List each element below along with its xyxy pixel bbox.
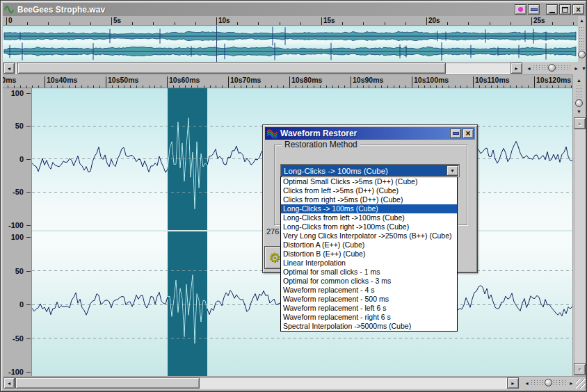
hzoom-thumb[interactable] [548, 64, 556, 72]
dialog-minimize-icon [453, 132, 459, 135]
ruler-minor-tick [385, 22, 385, 25]
dropdown-item[interactable]: Long-Clicks from left ->100ms (Cube) [281, 213, 457, 222]
amplitude-label: 50 [3, 122, 24, 130]
hscroll-left-button[interactable]: ◄ [3, 63, 15, 74]
overview-scroll-row: ◄ ► ◄ ► ▼ [3, 62, 586, 74]
amplitude-tick [26, 338, 31, 339]
dropdown-item[interactable]: Very Long Clicks Interpolator ->250ms (B… [281, 231, 457, 240]
overview-waveform-svg [3, 26, 578, 62]
dropdown-item[interactable]: Distortion B (E++) (Cube) [281, 250, 457, 259]
vscroll-track[interactable] [574, 129, 586, 364]
ruler-minor-tick [342, 22, 343, 25]
vscroll-up-button[interactable]: ▲ [574, 117, 586, 129]
amplitude-label: 100 [3, 89, 24, 97]
dropdown-item[interactable]: Spectral Interpolation ->5000ms (Cube) [281, 322, 457, 331]
amplitude-tick [26, 93, 31, 94]
dropdown-item[interactable]: Optimal for small clicks - 1 ms [281, 268, 457, 277]
combobox-dropdown-arrow[interactable]: ▼ [447, 165, 458, 176]
ruler-label: 0 [8, 17, 13, 24]
restoration-method-dropdown-list[interactable]: Optimal Small Clicks ->5ms (D++) (Cube)C… [280, 177, 458, 332]
bscroll-thumb[interactable] [15, 377, 200, 389]
main-vzoom-up-icon[interactable]: ▲ [577, 77, 581, 83]
main-vzoom-down-icon[interactable]: ▼ [577, 108, 581, 115]
amplitude-tick [26, 271, 31, 272]
ruler-minor-tick [195, 22, 196, 25]
bzoom-left-icon[interactable]: ◄ [524, 380, 529, 386]
right-arrow-icon: ► [514, 65, 519, 72]
main-vzoom-thumb[interactable] [575, 99, 583, 107]
window-titlebar[interactable]: BeeGees Strophe.wav × [3, 3, 586, 16]
main-time-ruler[interactable]: 10s30ms10s40ms10s50ms10s60ms10s70ms10s80… [3, 74, 586, 88]
amplitude-tick [26, 192, 31, 193]
hzoom-right-icon[interactable]: ► [574, 65, 579, 72]
left-arrow-icon: ◄ [7, 65, 12, 72]
ruler-major-tick [167, 76, 168, 88]
ruler-minor-tick [132, 22, 133, 25]
dropdown-item[interactable]: Long-Clicks from right ->100ms (Cube) [281, 222, 457, 231]
bzoom-thumb[interactable] [545, 379, 552, 386]
record-marker-button[interactable] [515, 4, 526, 15]
main-vzoom-track[interactable] [577, 85, 581, 100]
dialog-minimize-button[interactable] [450, 129, 461, 138]
ruler-label: 10s110ms [475, 76, 510, 84]
minimize-button[interactable] [546, 4, 558, 15]
restoration-method-combobox[interactable]: Long-Clicks -> 100ms (Cube) ▼ [280, 164, 460, 177]
dialog-close-button[interactable]: × [463, 129, 474, 138]
vzoom-up-icon[interactable]: ▲ [579, 17, 584, 24]
dropdown-item[interactable]: Waveform replacement - 4 s [281, 286, 457, 295]
ruler-minor-tick [468, 22, 469, 25]
dropdown-item[interactable]: Clicks from right ->5ms (D++) (Cube) [281, 195, 457, 204]
pause-dash-button[interactable] [528, 4, 540, 15]
bscroll-right-button[interactable]: ► [507, 377, 519, 389]
ruler-label: 10s100ms [414, 76, 449, 84]
dropdown-item[interactable]: Optimal Small Clicks ->5ms (D++) (Cube) [281, 177, 457, 186]
down-arrow-icon: ▼ [450, 168, 455, 174]
dropdown-item[interactable]: Optimal for common clicks - 3 ms [281, 277, 457, 286]
dropdown-item[interactable]: Distortion A (E++) (Cube) [281, 240, 457, 250]
overview-waveform[interactable] [3, 26, 578, 62]
ruler-minor-tick [70, 22, 70, 25]
dropdown-item[interactable]: Linear Interpolation [281, 259, 457, 268]
bscroll-left-button[interactable]: ◄ [3, 377, 15, 389]
dropdown-item[interactable]: Waveform replacement - 500 ms [281, 295, 457, 304]
hscroll-right-button[interactable]: ► [510, 63, 522, 74]
ruler-major-tick [412, 76, 412, 88]
main-scroll-row: ◄ ► ◄ ► [3, 376, 586, 389]
hzoom-left-icon[interactable]: ◄ [526, 65, 531, 72]
resize-grip[interactable] [576, 379, 586, 389]
dropdown-item[interactable]: Waveform replacement - left 6 s [281, 304, 457, 313]
ruler-label: 10s30ms [3, 76, 16, 84]
overview-time-ruler[interactable]: 05s10s15s20s25s [3, 16, 578, 26]
up-arrow-icon: ▲ [577, 120, 582, 126]
vzoom-track[interactable] [579, 25, 584, 50]
minimize-icon [549, 12, 555, 13]
vzoom-down-icon[interactable]: ▼ [581, 65, 586, 72]
playback-cursor[interactable] [216, 26, 217, 62]
ruler-major-tick [111, 17, 112, 25]
vzoom-thumb[interactable] [578, 51, 586, 58]
bzoom-right-icon[interactable]: ► [569, 380, 574, 386]
ruler-major-tick [45, 76, 45, 88]
ruler-minor-tick [405, 22, 406, 25]
dropdown-item[interactable]: Clicks from left ->5ms (D++) (Cube) [281, 186, 457, 195]
dropdown-item[interactable]: Long-Clicks -> 100ms (Cube) [281, 204, 457, 213]
overview-vzoom-strip: ▲ [578, 16, 586, 62]
app-wave-icon [4, 5, 15, 15]
dropdown-item[interactable]: Waveform replacement - right 6 s [281, 313, 457, 322]
hscroll-thumb[interactable] [17, 63, 446, 74]
combobox-value: Long-Clicks -> 100ms (Cube) [281, 167, 447, 175]
ruler-minor-tick [363, 22, 364, 25]
vscroll-down-button[interactable]: ▼ [574, 364, 586, 375]
ruler-label: 10s80ms [291, 76, 322, 84]
ruler-major-tick [106, 76, 106, 88]
ruler-label: 15s [323, 17, 335, 24]
amplitude-label: -50 [3, 188, 24, 196]
dialog-titlebar[interactable]: Waveform Restorer × [265, 127, 475, 140]
amplitude-tick [26, 126, 31, 126]
maximize-button[interactable] [559, 4, 571, 15]
ruler-label: 10s50ms [108, 76, 138, 84]
ruler-minor-tick [258, 22, 259, 25]
partial-number-text: 276 [266, 227, 279, 236]
close-button[interactable]: × [572, 4, 584, 15]
ruler-label: 5s [113, 17, 121, 24]
